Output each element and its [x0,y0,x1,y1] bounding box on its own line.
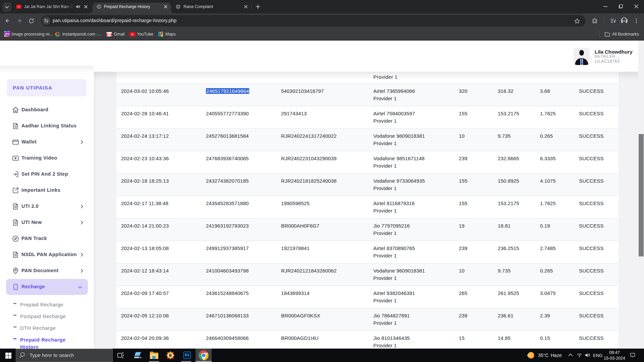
svg-text:JPG: JPG [4,33,9,36]
